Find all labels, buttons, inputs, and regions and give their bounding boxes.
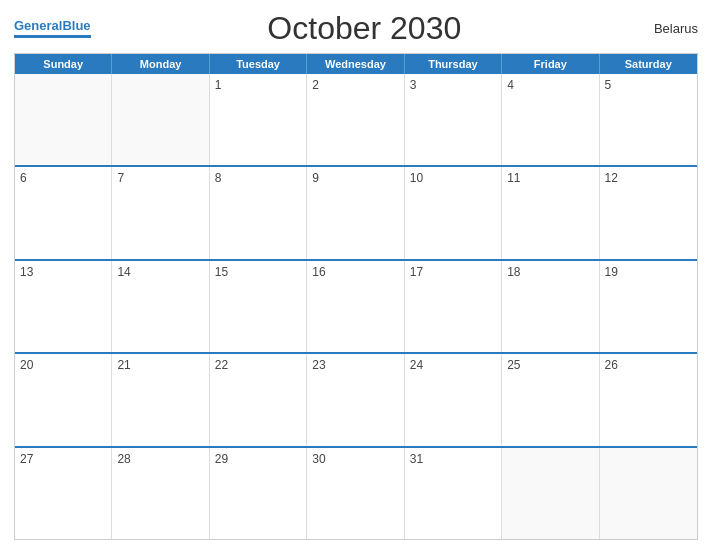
day-number: 3 [410,78,417,92]
cal-cell: 9 [307,167,404,258]
cal-cell: 15 [210,261,307,352]
week-row-3: 20212223242526 [15,354,697,447]
cal-cell: 1 [210,74,307,165]
week-row-2: 13141516171819 [15,261,697,354]
day-number: 17 [410,265,423,279]
calendar-body: 1234567891011121314151617181920212223242… [15,74,697,539]
day-number: 6 [20,171,27,185]
cal-cell: 5 [600,74,697,165]
cal-cell: 29 [210,448,307,539]
cal-cell: 27 [15,448,112,539]
day-number: 10 [410,171,423,185]
cal-cell: 2 [307,74,404,165]
header-day-monday: Monday [112,54,209,74]
cal-cell: 10 [405,167,502,258]
header-day-friday: Friday [502,54,599,74]
cal-cell: 31 [405,448,502,539]
logo-general: General [14,18,62,33]
cal-cell: 13 [15,261,112,352]
day-number: 11 [507,171,520,185]
day-number: 26 [605,358,618,372]
cal-cell [502,448,599,539]
header-day-wednesday: Wednesday [307,54,404,74]
day-number: 24 [410,358,423,372]
week-row-1: 6789101112 [15,167,697,260]
cal-cell [600,448,697,539]
day-number: 19 [605,265,618,279]
cal-cell: 18 [502,261,599,352]
week-row-4: 2728293031 [15,448,697,539]
cal-cell: 30 [307,448,404,539]
week-row-0: 12345 [15,74,697,167]
cal-cell [15,74,112,165]
calendar-page: GeneralBlue October 2030 Belarus SundayM… [0,0,712,550]
cal-cell: 8 [210,167,307,258]
cal-cell: 12 [600,167,697,258]
cal-cell: 16 [307,261,404,352]
header-day-saturday: Saturday [600,54,697,74]
month-title: October 2030 [91,10,638,47]
day-number: 20 [20,358,33,372]
calendar-header-row: SundayMondayTuesdayWednesdayThursdayFrid… [15,54,697,74]
header-day-thursday: Thursday [405,54,502,74]
day-number: 27 [20,452,33,466]
day-number: 18 [507,265,520,279]
day-number: 31 [410,452,423,466]
day-number: 1 [215,78,222,92]
cal-cell: 24 [405,354,502,445]
cal-cell: 11 [502,167,599,258]
cal-cell: 4 [502,74,599,165]
day-number: 29 [215,452,228,466]
cal-cell: 23 [307,354,404,445]
day-number: 13 [20,265,33,279]
cal-cell: 21 [112,354,209,445]
country-label: Belarus [638,21,698,36]
logo-blue: Blue [62,18,90,33]
day-number: 16 [312,265,325,279]
day-number: 7 [117,171,124,185]
logo: GeneralBlue [14,19,91,38]
day-number: 30 [312,452,325,466]
cal-cell: 14 [112,261,209,352]
day-number: 9 [312,171,319,185]
day-number: 4 [507,78,514,92]
cal-cell: 7 [112,167,209,258]
cal-cell: 19 [600,261,697,352]
cal-cell: 25 [502,354,599,445]
cal-cell: 22 [210,354,307,445]
cal-cell: 20 [15,354,112,445]
logo-text: GeneralBlue [14,19,91,33]
day-number: 15 [215,265,228,279]
header-day-tuesday: Tuesday [210,54,307,74]
day-number: 12 [605,171,618,185]
header-day-sunday: Sunday [15,54,112,74]
calendar-header: GeneralBlue October 2030 Belarus [14,10,698,47]
cal-cell: 26 [600,354,697,445]
cal-cell: 6 [15,167,112,258]
day-number: 5 [605,78,612,92]
calendar-grid: SundayMondayTuesdayWednesdayThursdayFrid… [14,53,698,540]
day-number: 23 [312,358,325,372]
day-number: 14 [117,265,130,279]
cal-cell: 3 [405,74,502,165]
cal-cell: 17 [405,261,502,352]
logo-bar [14,35,91,38]
day-number: 21 [117,358,130,372]
day-number: 25 [507,358,520,372]
cal-cell: 28 [112,448,209,539]
cal-cell [112,74,209,165]
day-number: 28 [117,452,130,466]
day-number: 8 [215,171,222,185]
day-number: 22 [215,358,228,372]
day-number: 2 [312,78,319,92]
